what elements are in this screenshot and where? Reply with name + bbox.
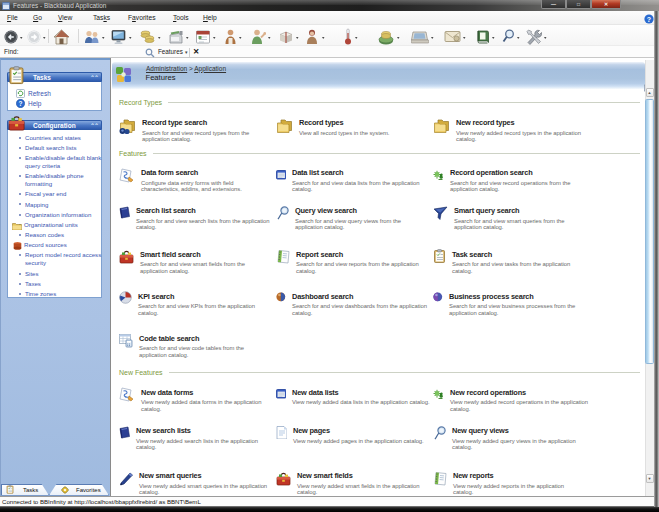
svg-text:?: ? xyxy=(647,16,651,23)
